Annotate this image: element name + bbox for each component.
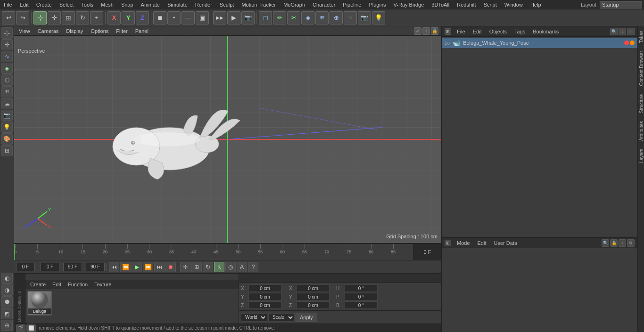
vp-menu-filter[interactable]: Filter xyxy=(114,28,129,34)
go-start-button[interactable]: ⏮ xyxy=(109,262,119,272)
cube-button[interactable]: ◻ xyxy=(259,11,272,24)
animation-icon-btn[interactable]: 🎬 xyxy=(16,324,25,332)
coord-z-pos[interactable] xyxy=(248,301,281,309)
vp-menu-cameras[interactable]: Cameras xyxy=(36,28,61,34)
vtab-content-browser[interactable]: Content Browser xyxy=(638,47,644,89)
deformer-button[interactable]: ≋ xyxy=(315,11,329,24)
edge-mode-button[interactable]: — xyxy=(182,11,195,24)
sb-sculpt2[interactable]: ◑ xyxy=(1,284,13,296)
object-row-beluga[interactable]: Lo 🐋 Beluga_Whale_Young_Pose xyxy=(442,38,637,48)
om-tab-tags[interactable]: Tags xyxy=(512,29,527,34)
menu-3dtoall[interactable]: 3DToAll xyxy=(428,1,453,8)
material-beluga[interactable]: Beluga xyxy=(27,291,52,316)
sb-gen[interactable]: ⬡ xyxy=(1,74,13,86)
sb-nurbs[interactable]: ◈ xyxy=(1,63,13,74)
sb-plugin[interactable]: ⊛ xyxy=(1,320,13,331)
mat-tab-function[interactable]: Function xyxy=(66,282,90,287)
attr-tab-mode[interactable]: Mode xyxy=(455,240,472,246)
menu-tools[interactable]: Tools xyxy=(77,1,97,8)
menu-mograph[interactable]: MoGraph xyxy=(280,1,309,8)
sb-joints[interactable]: ⊞ xyxy=(1,145,13,156)
om-tab-bookmarks[interactable]: Bookmarks xyxy=(531,29,561,34)
coord-z2-pos[interactable] xyxy=(297,301,330,309)
menu-snap[interactable]: Snap xyxy=(117,1,137,8)
om-grid-icon[interactable]: ⊞ xyxy=(445,28,451,35)
mat-tab-texture[interactable]: Texture xyxy=(92,282,113,287)
render-view-button[interactable]: ▶▶ xyxy=(213,11,226,24)
undo-button[interactable]: ↩ xyxy=(2,11,15,24)
layout-dropdown[interactable]: Startup xyxy=(600,1,642,8)
point-mode-button[interactable]: • xyxy=(167,11,181,24)
coord-p-val[interactable] xyxy=(345,293,378,300)
move-tool-pb[interactable]: ✛ xyxy=(180,262,190,272)
menu-create[interactable]: Create xyxy=(33,1,56,8)
coord-y-pos[interactable] xyxy=(248,293,281,300)
menu-redshift[interactable]: Redshift xyxy=(453,1,479,8)
world-dropdown[interactable]: World xyxy=(241,313,267,322)
scale-dropdown[interactable]: Scale xyxy=(268,313,295,322)
vp-menu-view[interactable]: View xyxy=(17,28,32,34)
x-axis-button[interactable]: X xyxy=(107,11,121,24)
sb-sculpt1[interactable]: ◐ xyxy=(1,273,13,284)
menu-motion-tracker[interactable]: Motion Tracker xyxy=(238,1,280,8)
menu-sculpt[interactable]: Sculpt xyxy=(216,1,238,8)
vtab-attributes[interactable]: Attributes xyxy=(638,117,644,145)
poly-mode-button[interactable]: ▣ xyxy=(196,11,209,24)
menu-pipeline[interactable]: Pipeline xyxy=(339,1,365,8)
preview-end-input[interactable] xyxy=(86,263,105,271)
viewport[interactable]: View Cameras Display Options Filter Pane… xyxy=(14,26,441,243)
sb-select-all[interactable]: ⊹ xyxy=(1,27,13,39)
om-tab-edit[interactable]: Edit xyxy=(471,29,484,34)
vp-menu-options[interactable]: Options xyxy=(89,28,110,34)
null-button[interactable]: ○ xyxy=(344,11,357,24)
om-collapse-btn[interactable]: ↓ xyxy=(619,28,626,35)
model-mode-button[interactable]: ◼ xyxy=(153,11,166,24)
coord-x2-pos[interactable] xyxy=(297,284,330,292)
rotate-tool-button[interactable]: ↻ xyxy=(76,11,89,24)
menu-file[interactable]: File xyxy=(0,1,16,8)
sb-deform[interactable]: ≋ xyxy=(1,86,13,97)
sb-environment[interactable]: ☁ xyxy=(1,98,13,109)
sb-light[interactable]: 💡 xyxy=(1,121,13,133)
go-end-button[interactable]: ⏭ xyxy=(154,262,165,272)
menu-mesh[interactable]: Mesh xyxy=(97,1,117,8)
cut-button[interactable]: ✂ xyxy=(287,11,300,24)
spline-button[interactable]: ✏ xyxy=(273,11,286,24)
attr-gear-btn[interactable]: ⚙ xyxy=(627,239,635,247)
create-tool-button[interactable]: + xyxy=(90,11,103,24)
auto-button[interactable]: A xyxy=(237,262,247,272)
om-tab-objects[interactable]: Objects xyxy=(487,29,509,34)
timeline-ruler[interactable]: 051015202530354045505560657075808590 xyxy=(14,244,413,260)
sb-material[interactable]: 🎨 xyxy=(1,133,13,145)
menu-animate[interactable]: Animate xyxy=(137,1,164,8)
coord-y2-pos[interactable] xyxy=(297,293,330,300)
render-region-button[interactable]: ▶ xyxy=(227,11,240,24)
menu-vray[interactable]: V-Ray Bridge xyxy=(390,1,428,8)
vtab-takes[interactable]: Takes xyxy=(638,26,644,47)
redo-button[interactable]: ↪ xyxy=(16,11,29,24)
keyframe-button[interactable]: K xyxy=(214,262,224,272)
help-button[interactable]: ? xyxy=(248,262,258,272)
scale-tool-button[interactable]: ⊞ xyxy=(62,11,75,24)
attr-grid-icon[interactable]: ⊞ xyxy=(445,240,451,246)
menu-render[interactable]: Render xyxy=(191,1,216,8)
light-button[interactable]: 💡 xyxy=(372,11,385,24)
record-button[interactable]: ⏺ xyxy=(165,262,176,272)
apply-button[interactable]: Apply xyxy=(296,313,317,322)
preview-start-input[interactable] xyxy=(41,263,59,271)
om-search-btn[interactable]: 🔍 xyxy=(610,28,618,35)
smooth-button[interactable]: ◈ xyxy=(301,11,314,24)
attr-tab-userdata[interactable]: User Data xyxy=(492,240,520,246)
scale-tool-pb[interactable]: ⊞ xyxy=(191,262,202,272)
step-back-button[interactable]: ⏪ xyxy=(120,262,131,272)
array-button[interactable]: ⊕ xyxy=(330,11,343,24)
sb-camera[interactable]: 📷 xyxy=(1,110,13,121)
vp-menu-display[interactable]: Display xyxy=(64,28,85,34)
sb-spline[interactable]: ∿ xyxy=(1,51,13,62)
menu-plugins[interactable]: Plugins xyxy=(365,1,389,8)
move-tool-button[interactable]: ✛ xyxy=(48,11,61,24)
y-axis-button[interactable]: Y xyxy=(122,11,135,24)
end-frame-input[interactable] xyxy=(63,263,82,271)
om-expand-btn[interactable]: ↑ xyxy=(627,28,635,35)
camera-button[interactable]: 📷 xyxy=(358,11,371,24)
